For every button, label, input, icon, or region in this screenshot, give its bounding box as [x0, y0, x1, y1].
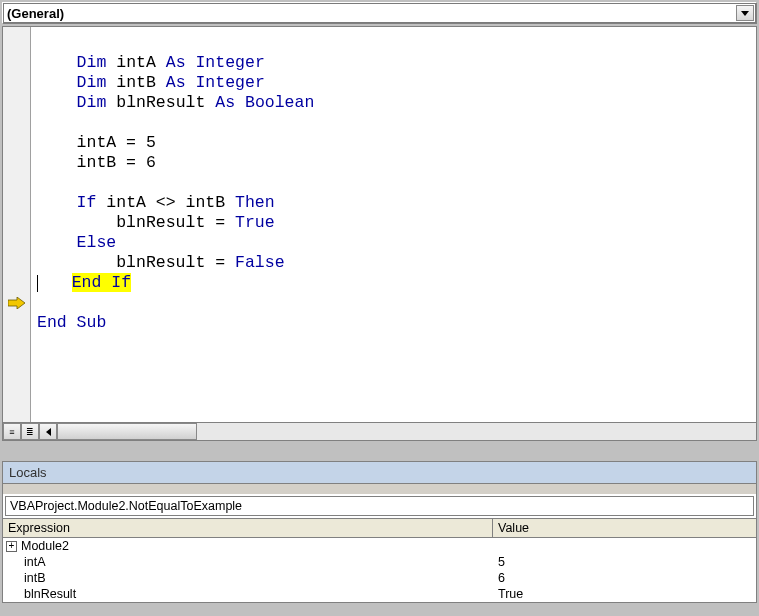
text-caret [37, 275, 38, 292]
locals-expr: intA [24, 555, 46, 569]
object-dropdown-arrow[interactable] [736, 5, 754, 21]
locals-row[interactable]: blnResult True [3, 586, 756, 602]
execution-pointer-icon [8, 296, 26, 310]
hscroll-track[interactable] [57, 423, 756, 440]
hscroll-thumb[interactable] [57, 423, 197, 440]
col-header-expression[interactable]: Expression [3, 519, 493, 537]
locals-value [493, 539, 756, 553]
locals-value: True [493, 587, 756, 601]
locals-window: Locals VBAProject.Module2.NotEqualToExam… [2, 461, 757, 603]
chevron-down-icon [741, 11, 749, 16]
object-dropdown-value: (General) [7, 6, 64, 21]
margin-gutter[interactable] [3, 27, 31, 422]
code-text[interactable]: Dim intA As Integer Dim intB As Integer … [31, 27, 756, 422]
locals-expr: intB [24, 571, 46, 585]
locals-grid: Expression Value + Module2 intA 5 intB [3, 518, 756, 602]
svg-marker-0 [8, 297, 25, 309]
code-pane[interactable]: Dim intA As Integer Dim intB As Integer … [2, 26, 757, 423]
expand-toggle-icon[interactable]: + [6, 541, 17, 552]
locals-value: 5 [493, 555, 756, 569]
view-procedure-button[interactable]: ≣ [21, 423, 39, 440]
locals-header-row: Expression Value [3, 519, 756, 538]
object-dropdown[interactable]: (General) [3, 3, 756, 23]
locals-expr: Module2 [21, 539, 69, 553]
locals-row[interactable]: intA 5 [3, 554, 756, 570]
locals-row[interactable]: intB 6 [3, 570, 756, 586]
locals-row[interactable]: + Module2 [3, 538, 756, 554]
col-header-value[interactable]: Value [493, 519, 756, 537]
locals-expr: blnResult [24, 587, 76, 601]
locals-title: Locals [3, 462, 756, 484]
locals-value: 6 [493, 571, 756, 585]
view-full-module-button[interactable]: ≡ [3, 423, 21, 440]
code-hscrollbar[interactable]: ≡ ≣ [2, 423, 757, 441]
chevron-left-icon [46, 428, 51, 436]
hscroll-left-button[interactable] [39, 423, 57, 440]
locals-path: VBAProject.Module2.NotEqualToExample [5, 496, 754, 516]
